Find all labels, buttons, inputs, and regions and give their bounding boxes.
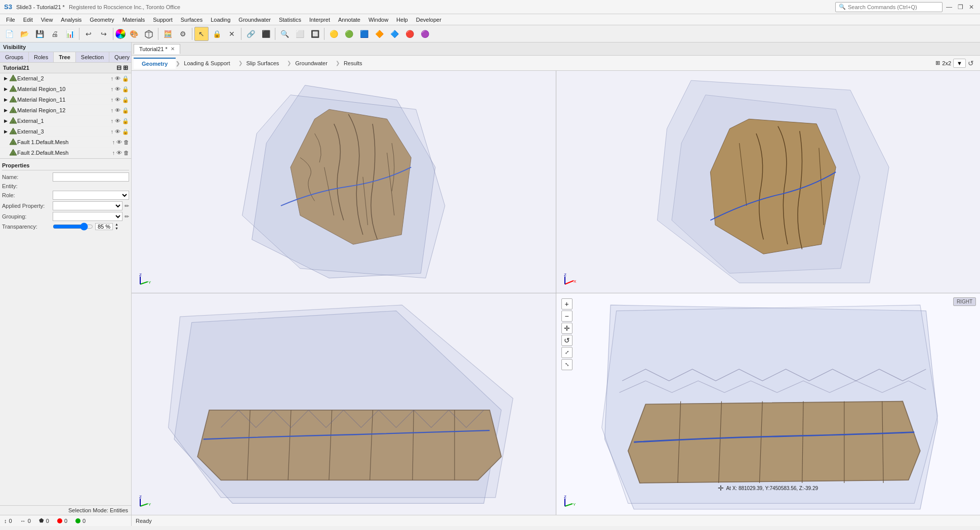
tree-up-icon[interactable]: ↑ — [111, 128, 114, 135]
new-button[interactable]: 📄 — [2, 27, 16, 41]
tree-row[interactable]: ▶Material Region_12↑👁🔒 — [0, 105, 131, 116]
surface-button[interactable]: 🟦 — [357, 27, 371, 41]
tree-row[interactable]: Fault 1.Default.Mesh↑👁🗑 — [0, 137, 131, 148]
menu-item-geometry[interactable]: Geometry — [86, 16, 118, 24]
tab-roles[interactable]: Roles — [29, 52, 54, 62]
wf-tab-slip[interactable]: Slip Surfaces — [238, 58, 288, 68]
tree-lock-icon[interactable]: 🗑 — [124, 150, 129, 156]
tree-collapse-icon[interactable]: ⊟ — [116, 64, 121, 71]
close-button[interactable]: ✕ — [967, 3, 976, 12]
prop-transparency-value[interactable] — [95, 223, 113, 230]
zoom-all-button[interactable]: ⬜ — [293, 27, 307, 41]
color-wheel-button[interactable] — [115, 29, 126, 39]
open-button[interactable]: 📂 — [17, 27, 31, 41]
tree-row[interactable]: ▶Material Region_11↑👁🔒 — [0, 95, 131, 105]
tree-up-icon[interactable]: ↑ — [111, 107, 114, 113]
tree-expand-icon[interactable]: ▶ — [2, 118, 9, 123]
menu-item-developer[interactable]: Developer — [412, 16, 445, 24]
tree-expand-icon[interactable]: ⊞ — [123, 64, 128, 71]
fault-button[interactable]: 🔴 — [402, 27, 417, 41]
tree-row[interactable]: ▶External_2↑👁🔒 — [0, 73, 131, 84]
undo-button[interactable]: ↩ — [81, 27, 96, 41]
menu-item-help[interactable]: Help — [392, 16, 412, 24]
menu-item-surfaces[interactable]: Surfaces — [177, 16, 207, 24]
tab-groups[interactable]: Groups — [0, 52, 29, 62]
snap-button[interactable]: 🔗 — [243, 27, 258, 41]
select-button[interactable]: ↖ — [194, 27, 209, 41]
tab-close-button[interactable]: ✕ — [171, 46, 175, 52]
menu-item-groundwater[interactable]: Groundwater — [234, 16, 275, 24]
tree-visibility-icon[interactable]: 👁 — [115, 97, 120, 103]
redo-button[interactable]: ↪ — [97, 27, 111, 41]
tree-expand-icon[interactable]: ▶ — [2, 86, 9, 92]
wf-tab-results[interactable]: Results — [336, 58, 371, 68]
settings-button[interactable]: ⚙ — [176, 27, 190, 41]
tree-lock-icon[interactable]: 🔒 — [122, 97, 129, 103]
menu-item-view[interactable]: View — [37, 16, 57, 24]
wf-tab-geometry[interactable]: Geometry — [134, 58, 176, 69]
result-button[interactable]: 🟣 — [418, 27, 432, 41]
grid-button[interactable]: ⬛ — [259, 27, 273, 41]
tree-visibility-icon[interactable]: 👁 — [116, 139, 122, 145]
prop-role-select[interactable] — [53, 191, 129, 200]
tree-expand-icon[interactable]: ▶ — [2, 76, 9, 81]
tree-expand-icon[interactable]: ▶ — [2, 108, 9, 113]
tree-up-icon[interactable]: ↑ — [111, 75, 114, 81]
prop-applied-select[interactable] — [53, 201, 123, 210]
tree-up-icon[interactable]: ↑ — [112, 139, 115, 145]
wf-tab-groundwater[interactable]: Groundwater — [287, 58, 336, 68]
material-button[interactable]: 🟡 — [326, 27, 341, 41]
prop-grouping-select[interactable] — [53, 212, 123, 221]
print-button[interactable]: 🖨 — [48, 27, 62, 41]
menu-item-materials[interactable]: Materials — [118, 16, 149, 24]
file-tab-tutorial21[interactable]: Tutorial21 * ✕ — [134, 44, 180, 54]
mesh-button[interactable]: 🔶 — [372, 27, 386, 41]
zoom-selected-button[interactable]: 🔲 — [308, 27, 322, 41]
prop-grouping-edit-icon[interactable]: ✏ — [125, 213, 129, 220]
tree-lock-icon[interactable]: 🔒 — [122, 75, 129, 82]
tree-lock-icon[interactable]: 🔒 — [122, 118, 129, 124]
tree-visibility-icon[interactable]: 👁 — [115, 75, 120, 81]
tree-expand-icon[interactable]: ▶ — [2, 129, 9, 134]
table-button[interactable]: 📊 — [63, 27, 77, 41]
prop-applied-edit-icon[interactable]: ✏ — [125, 203, 129, 209]
tree-lock-icon[interactable]: 🔒 — [122, 128, 129, 135]
zoom-window-button[interactable]: 🔍 — [277, 27, 292, 41]
tree-visibility-icon[interactable]: 👁 — [115, 86, 120, 92]
menu-item-annotate[interactable]: Annotate — [334, 16, 364, 24]
tab-selection[interactable]: Selection — [76, 52, 109, 62]
search-box[interactable]: 🔍 — [835, 2, 943, 12]
tree-up-icon[interactable]: ↑ — [111, 118, 114, 124]
tree-visibility-icon[interactable]: 👁 — [115, 118, 120, 124]
water-button[interactable]: 🔷 — [387, 27, 401, 41]
tree-lock-icon[interactable]: 🔒 — [122, 86, 129, 93]
viewport-top-right[interactable]: X Z — [556, 71, 981, 293]
tree-lock-icon[interactable]: 🔒 — [122, 107, 129, 114]
menu-item-analysis[interactable]: Analysis — [57, 16, 86, 24]
refresh-button[interactable]: ↺ — [968, 59, 974, 67]
tree-row[interactable]: ▶External_3↑👁🔒 — [0, 126, 131, 137]
menu-item-support[interactable]: Support — [149, 16, 177, 24]
tree-visibility-icon[interactable]: 👁 — [116, 150, 122, 156]
layout-dropdown-button[interactable]: ▼ — [953, 59, 966, 68]
prop-name-input[interactable] — [53, 172, 129, 182]
viewport-bottom-left[interactable]: Y Z — [132, 293, 556, 515]
save-button[interactable]: 💾 — [32, 27, 47, 41]
prop-transparency-arrows[interactable]: ▲▼ — [115, 223, 118, 230]
tree-up-icon[interactable]: ↑ — [112, 150, 115, 156]
tree-lock-icon[interactable]: 🗑 — [124, 139, 129, 145]
wf-tab-loading[interactable]: Loading & Support — [176, 58, 238, 68]
tree-row[interactable]: ▶External_1↑👁🔒 — [0, 116, 131, 126]
delete-button[interactable]: ✕ — [225, 27, 239, 41]
viewport-top-left[interactable]: Y Z — [132, 71, 556, 293]
support-button[interactable]: 🟢 — [342, 27, 356, 41]
viewport-bottom-right[interactable]: + − ✛ ↺ ⤢ ⤡ — [556, 293, 981, 515]
display-button[interactable]: 🎨 — [127, 27, 141, 41]
cube-button[interactable] — [142, 27, 156, 41]
tree-expand-icon[interactable]: ▶ — [2, 97, 9, 102]
search-input[interactable] — [848, 4, 939, 10]
menu-item-interpret[interactable]: Interpret — [305, 16, 334, 24]
menu-item-edit[interactable]: Edit — [19, 16, 37, 24]
minimize-button[interactable]: — — [945, 3, 954, 12]
prop-transparency-slider[interactable] — [53, 223, 93, 231]
